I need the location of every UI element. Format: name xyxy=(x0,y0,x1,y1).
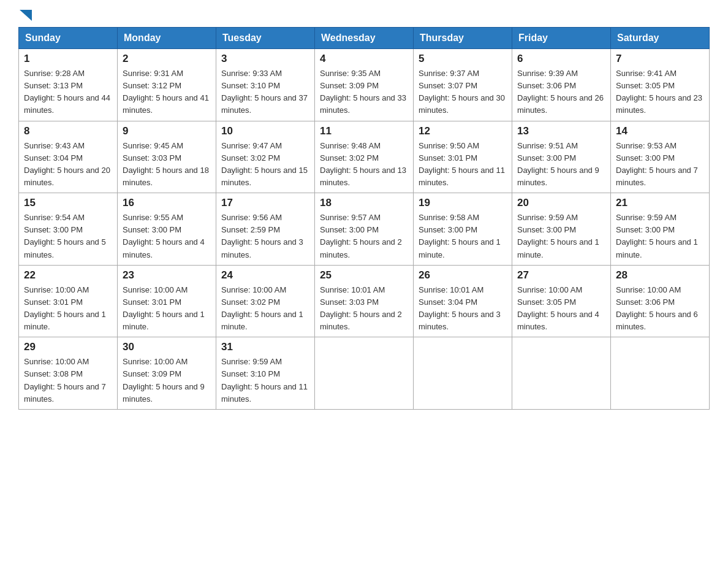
day-info: Sunrise: 10:00 AMSunset: 3:09 PMDaylight… xyxy=(123,356,211,405)
day-info: Sunrise: 10:00 AMSunset: 3:01 PMDaylight… xyxy=(24,284,112,334)
day-info: Sunrise: 9:31 AMSunset: 3:12 PMDaylight:… xyxy=(123,67,211,117)
calendar-cell: 13 Sunrise: 9:51 AMSunset: 3:00 PMDaylig… xyxy=(512,121,611,193)
day-info: Sunrise: 9:47 AMSunset: 3:02 PMDaylight:… xyxy=(221,140,309,190)
day-number: 23 xyxy=(123,269,211,282)
day-info: Sunrise: 9:54 AMSunset: 3:00 PMDaylight:… xyxy=(24,212,112,261)
day-info: Sunrise: 9:45 AMSunset: 3:03 PMDaylight:… xyxy=(123,140,211,190)
calendar-cell: 26 Sunrise: 10:01 AMSunset: 3:04 PMDayli… xyxy=(414,265,512,337)
calendar-cell: 20 Sunrise: 9:59 AMSunset: 3:00 PMDaylig… xyxy=(512,193,611,266)
day-number: 17 xyxy=(221,197,309,209)
day-number: 14 xyxy=(616,125,704,137)
header-monday: Monday xyxy=(118,28,216,49)
calendar-cell: 30 Sunrise: 10:00 AMSunset: 3:09 PMDayli… xyxy=(118,337,216,410)
header-thursday: Thursday xyxy=(414,28,512,49)
header-sunday: Sunday xyxy=(19,28,118,49)
calendar-table: SundayMondayTuesdayWednesdayThursdayFrid… xyxy=(18,27,710,410)
header-wednesday: Wednesday xyxy=(315,28,414,49)
day-number: 13 xyxy=(517,125,605,137)
day-info: Sunrise: 9:39 AMSunset: 3:06 PMDaylight:… xyxy=(517,67,605,117)
day-info: Sunrise: 9:50 AMSunset: 3:01 PMDaylight:… xyxy=(419,140,507,190)
calendar-week-1: 1 Sunrise: 9:28 AMSunset: 3:13 PMDayligh… xyxy=(19,49,710,121)
day-number: 6 xyxy=(517,53,605,65)
calendar-cell xyxy=(315,337,414,410)
day-number: 5 xyxy=(419,53,507,65)
calendar-cell: 12 Sunrise: 9:50 AMSunset: 3:01 PMDaylig… xyxy=(414,121,512,193)
calendar-cell: 16 Sunrise: 9:55 AMSunset: 3:00 PMDaylig… xyxy=(118,193,216,266)
day-info: Sunrise: 10:00 AMSunset: 3:06 PMDaylight… xyxy=(616,284,704,334)
day-info: Sunrise: 10:00 AMSunset: 3:01 PMDaylight… xyxy=(123,284,211,334)
day-info: Sunrise: 9:57 AMSunset: 3:00 PMDaylight:… xyxy=(320,212,408,261)
day-info: Sunrise: 10:00 AMSunset: 3:08 PMDaylight… xyxy=(24,356,112,405)
day-number: 25 xyxy=(320,269,408,282)
calendar-cell: 11 Sunrise: 9:48 AMSunset: 3:02 PMDaylig… xyxy=(315,121,414,193)
day-number: 22 xyxy=(24,269,112,282)
day-info: Sunrise: 9:37 AMSunset: 3:07 PMDaylight:… xyxy=(419,67,507,117)
day-number: 18 xyxy=(320,197,408,209)
day-number: 31 xyxy=(221,341,309,353)
day-number: 19 xyxy=(419,197,507,209)
day-number: 4 xyxy=(320,53,408,65)
day-info: Sunrise: 10:00 AMSunset: 3:05 PMDaylight… xyxy=(517,284,605,334)
calendar-week-3: 15 Sunrise: 9:54 AMSunset: 3:00 PMDaylig… xyxy=(19,193,710,266)
calendar-cell: 4 Sunrise: 9:35 AMSunset: 3:09 PMDayligh… xyxy=(315,49,414,121)
day-number: 28 xyxy=(616,269,704,282)
day-info: Sunrise: 9:43 AMSunset: 3:04 PMDaylight:… xyxy=(24,140,112,190)
calendar-cell: 23 Sunrise: 10:00 AMSunset: 3:01 PMDayli… xyxy=(118,265,216,337)
calendar-cell: 28 Sunrise: 10:00 AMSunset: 3:06 PMDayli… xyxy=(611,265,710,337)
calendar-cell: 1 Sunrise: 9:28 AMSunset: 3:13 PMDayligh… xyxy=(19,49,118,121)
header-friday: Friday xyxy=(512,28,611,49)
calendar-cell: 18 Sunrise: 9:57 AMSunset: 3:00 PMDaylig… xyxy=(315,193,414,266)
calendar-cell: 2 Sunrise: 9:31 AMSunset: 3:12 PMDayligh… xyxy=(118,49,216,121)
day-info: Sunrise: 10:00 AMSunset: 3:02 PMDaylight… xyxy=(221,284,309,334)
day-info: Sunrise: 9:56 AMSunset: 2:59 PMDaylight:… xyxy=(221,212,309,261)
calendar-cell: 15 Sunrise: 9:54 AMSunset: 3:00 PMDaylig… xyxy=(19,193,118,266)
day-number: 24 xyxy=(221,269,309,282)
calendar-cell: 24 Sunrise: 10:00 AMSunset: 3:02 PMDayli… xyxy=(216,265,315,337)
day-info: Sunrise: 9:51 AMSunset: 3:00 PMDaylight:… xyxy=(517,140,605,190)
calendar-week-5: 29 Sunrise: 10:00 AMSunset: 3:08 PMDayli… xyxy=(19,337,710,410)
logo-triangle-icon xyxy=(20,10,32,21)
day-number: 8 xyxy=(24,125,112,137)
day-number: 2 xyxy=(123,53,211,65)
calendar-week-4: 22 Sunrise: 10:00 AMSunset: 3:01 PMDayli… xyxy=(19,265,710,337)
day-info: Sunrise: 9:35 AMSunset: 3:09 PMDaylight:… xyxy=(320,67,408,117)
calendar-cell: 8 Sunrise: 9:43 AMSunset: 3:04 PMDayligh… xyxy=(19,121,118,193)
day-number: 16 xyxy=(123,197,211,209)
day-number: 27 xyxy=(517,269,605,282)
day-info: Sunrise: 10:01 AMSunset: 3:03 PMDaylight… xyxy=(320,284,408,334)
day-info: Sunrise: 9:48 AMSunset: 3:02 PMDaylight:… xyxy=(320,140,408,190)
calendar-cell: 31 Sunrise: 9:59 AMSunset: 3:10 PMDaylig… xyxy=(216,337,315,410)
day-info: Sunrise: 10:01 AMSunset: 3:04 PMDaylight… xyxy=(419,284,507,334)
calendar-cell: 6 Sunrise: 9:39 AMSunset: 3:06 PMDayligh… xyxy=(512,49,611,121)
day-number: 30 xyxy=(123,341,211,353)
day-info: Sunrise: 9:28 AMSunset: 3:13 PMDaylight:… xyxy=(24,67,112,117)
calendar-cell: 7 Sunrise: 9:41 AMSunset: 3:05 PMDayligh… xyxy=(611,49,710,121)
day-number: 26 xyxy=(419,269,507,282)
day-info: Sunrise: 9:41 AMSunset: 3:05 PMDaylight:… xyxy=(616,67,704,117)
day-number: 1 xyxy=(24,53,112,65)
day-info: Sunrise: 9:53 AMSunset: 3:00 PMDaylight:… xyxy=(616,140,704,190)
header-saturday: Saturday xyxy=(611,28,710,49)
calendar-cell: 14 Sunrise: 9:53 AMSunset: 3:00 PMDaylig… xyxy=(611,121,710,193)
day-number: 11 xyxy=(320,125,408,137)
calendar-cell: 19 Sunrise: 9:58 AMSunset: 3:00 PMDaylig… xyxy=(414,193,512,266)
logo xyxy=(18,12,32,21)
calendar-week-2: 8 Sunrise: 9:43 AMSunset: 3:04 PMDayligh… xyxy=(19,121,710,193)
calendar-cell: 27 Sunrise: 10:00 AMSunset: 3:05 PMDayli… xyxy=(512,265,611,337)
day-number: 3 xyxy=(221,53,309,65)
day-number: 21 xyxy=(616,197,704,209)
svg-marker-0 xyxy=(20,10,32,21)
day-info: Sunrise: 9:58 AMSunset: 3:00 PMDaylight:… xyxy=(419,212,507,261)
day-info: Sunrise: 9:55 AMSunset: 3:00 PMDaylight:… xyxy=(123,212,211,261)
calendar-cell: 22 Sunrise: 10:00 AMSunset: 3:01 PMDayli… xyxy=(19,265,118,337)
calendar-cell xyxy=(512,337,611,410)
header-tuesday: Tuesday xyxy=(216,28,315,49)
page-header xyxy=(18,12,710,21)
day-info: Sunrise: 9:59 AMSunset: 3:10 PMDaylight:… xyxy=(221,356,309,405)
calendar-cell: 9 Sunrise: 9:45 AMSunset: 3:03 PMDayligh… xyxy=(118,121,216,193)
calendar-cell xyxy=(611,337,710,410)
day-number: 12 xyxy=(419,125,507,137)
calendar-header-row: SundayMondayTuesdayWednesdayThursdayFrid… xyxy=(19,28,710,49)
day-info: Sunrise: 9:33 AMSunset: 3:10 PMDaylight:… xyxy=(221,67,309,117)
calendar-cell: 21 Sunrise: 9:59 AMSunset: 3:00 PMDaylig… xyxy=(611,193,710,266)
